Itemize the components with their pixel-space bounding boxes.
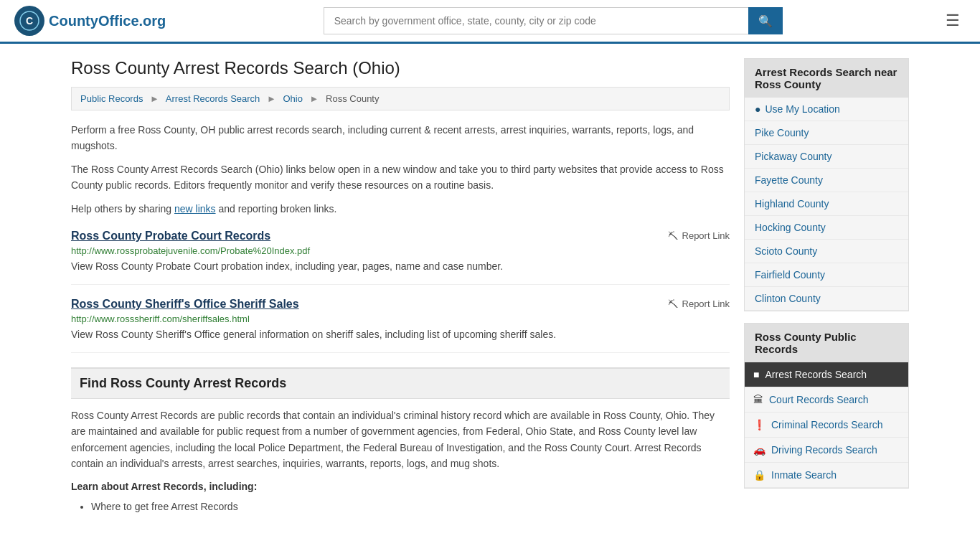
use-location-item[interactable]: ● Use My Location <box>745 98 908 121</box>
record-item-0: Ross County Probate Court Records ⛏ Repo… <box>71 230 730 285</box>
sidebar-record-3[interactable]: 🚗 Driving Records Search <box>745 438 908 463</box>
report-label-1: Report Link <box>682 298 730 309</box>
sidebar-record-link-3[interactable]: Driving Records Search <box>771 444 877 456</box>
county-item-2[interactable]: Fayette County <box>745 169 908 192</box>
county-item-5[interactable]: Scioto County <box>745 240 908 263</box>
record-url-1[interactable]: http://www.rosssheriff.com/sheriffsales.… <box>71 314 730 324</box>
main-container: Ross County Arrest Records Search (Ohio)… <box>60 44 920 530</box>
county-link-1[interactable]: Pickaway County <box>755 151 831 162</box>
bullet-list: Where to get free Arrest Records <box>71 498 730 516</box>
records-list: Ross County Probate Court Records ⛏ Repo… <box>71 230 730 353</box>
county-item-1[interactable]: Pickaway County <box>745 145 908 169</box>
county-link-7[interactable]: Clinton County <box>755 293 821 304</box>
logo-main-text: CountyOffice <box>49 13 139 29</box>
find-section-header: Find Ross County Arrest Records <box>71 367 730 399</box>
learn-heading: Learn about Arrest Records, including: <box>71 481 730 492</box>
nearby-section: Arrest Records Search near Ross County ●… <box>744 58 909 311</box>
breadcrumb-ohio[interactable]: Ohio <box>283 93 302 104</box>
record-item-1: Ross County Sheriff's Office Sheriff Sal… <box>71 298 730 353</box>
sidebar-record-4[interactable]: 🔒 Inmate Search <box>745 463 908 488</box>
description-para-1: Perform a free Ross County, OH public ar… <box>71 122 730 154</box>
breadcrumb-public-records[interactable]: Public Records <box>80 93 143 104</box>
record-item-0-header: Ross County Probate Court Records ⛏ Repo… <box>71 230 730 242</box>
search-bar-area: 🔍 <box>324 7 783 34</box>
logo-icon: C <box>14 6 44 36</box>
sidebar-icon-2: ❗ <box>753 419 765 430</box>
sidebar-record-link-1[interactable]: Court Records Search <box>769 394 869 405</box>
bullet-item-0: Where to get free Arrest Records <box>91 498 730 516</box>
county-item-7[interactable]: Clinton County <box>745 287 908 311</box>
svg-text:C: C <box>26 15 33 27</box>
page-title: Ross County Arrest Records Search (Ohio) <box>71 58 730 78</box>
record-desc-0: View Ross County Probate Court probation… <box>71 259 730 274</box>
breadcrumb-sep-3: ► <box>310 93 319 104</box>
sidebar-icon-4: 🔒 <box>753 469 765 481</box>
sidebar-record-0[interactable]: ■ Arrest Records Search <box>745 362 908 387</box>
county-item-3[interactable]: Highland County <box>745 192 908 216</box>
county-item-6[interactable]: Fairfield County <box>745 263 908 287</box>
nearby-section-header: Arrest Records Search near Ross County <box>745 59 908 98</box>
sidebar-icon-0: ■ <box>753 369 759 380</box>
county-link-3[interactable]: Highland County <box>755 198 829 209</box>
report-link-button-1[interactable]: ⛏ Report Link <box>668 298 730 310</box>
sidebar-icon-3: 🚗 <box>753 444 765 456</box>
sidebar-record-link-0[interactable]: Arrest Records Search <box>765 369 867 380</box>
sidebar-icon-1: 🏛 <box>753 394 763 405</box>
location-pin-icon: ● <box>755 103 760 115</box>
sidebar: Arrest Records Search near Ross County ●… <box>744 58 909 516</box>
search-button[interactable]: 🔍 <box>748 7 783 34</box>
breadcrumb-sep-1: ► <box>150 93 159 104</box>
breadcrumb-arrest-records[interactable]: Arrest Records Search <box>166 93 260 104</box>
desc3-post: and reporting broken links. <box>216 203 337 215</box>
menu-icon[interactable]: ☰ <box>940 9 966 33</box>
logo-org-text: .org <box>139 13 166 29</box>
content-area: Ross County Arrest Records Search (Ohio)… <box>71 58 730 516</box>
breadcrumb-sep-2: ► <box>267 93 276 104</box>
county-link-2[interactable]: Fayette County <box>755 174 823 186</box>
breadcrumb-ross-county: Ross County <box>326 93 379 104</box>
description-para-3: Help others by sharing new links and rep… <box>71 201 730 217</box>
record-link-1[interactable]: Ross County Sheriff's Office Sheriff Sal… <box>71 298 299 311</box>
sidebar-record-link-4[interactable]: Inmate Search <box>771 469 837 481</box>
new-links-link[interactable]: new links <box>174 203 216 215</box>
logo-text: CountyOffice.org <box>49 13 166 29</box>
county-item-4[interactable]: Hocking County <box>745 216 908 240</box>
report-link-button-0[interactable]: ⛏ Report Link <box>668 230 730 242</box>
sidebar-record-2[interactable]: ❗ Criminal Records Search <box>745 413 908 438</box>
description-para-2: The Ross County Arrest Records Search (O… <box>71 161 730 194</box>
breadcrumb: Public Records ► Arrest Records Search ►… <box>71 87 730 110</box>
header: C CountyOffice.org 🔍 ☰ <box>0 0 980 44</box>
public-records-section: Ross County Public Records ■ Arrest Reco… <box>744 323 909 489</box>
record-item-1-header: Ross County Sheriff's Office Sheriff Sal… <box>71 298 730 311</box>
report-icon-0: ⛏ <box>668 230 678 242</box>
public-records-header: Ross County Public Records <box>745 324 908 362</box>
record-url-0[interactable]: http://www.rossprobatejuvenile.com/Proba… <box>71 245 730 256</box>
county-link-5[interactable]: Scioto County <box>755 245 817 257</box>
sidebar-record-1[interactable]: 🏛 Court Records Search <box>745 387 908 413</box>
find-description: Ross County Arrest Records are public re… <box>71 408 730 472</box>
county-link-6[interactable]: Fairfield County <box>755 269 825 281</box>
county-link-4[interactable]: Hocking County <box>755 222 826 233</box>
report-label-0: Report Link <box>682 230 730 241</box>
logo-area: C CountyOffice.org <box>14 6 166 36</box>
county-item-0[interactable]: Pike County <box>745 121 908 145</box>
search-icon: 🔍 <box>758 15 773 27</box>
record-link-0[interactable]: Ross County Probate Court Records <box>71 230 270 242</box>
desc3-pre: Help others by sharing <box>71 203 174 215</box>
use-location-link[interactable]: Use My Location <box>765 103 839 115</box>
sidebar-record-link-2[interactable]: Criminal Records Search <box>771 419 883 430</box>
search-input[interactable] <box>324 7 748 34</box>
report-icon-1: ⛏ <box>668 298 678 310</box>
record-desc-1: View Ross County Sheriff's Office genera… <box>71 327 730 342</box>
county-link-0[interactable]: Pike County <box>755 127 809 138</box>
